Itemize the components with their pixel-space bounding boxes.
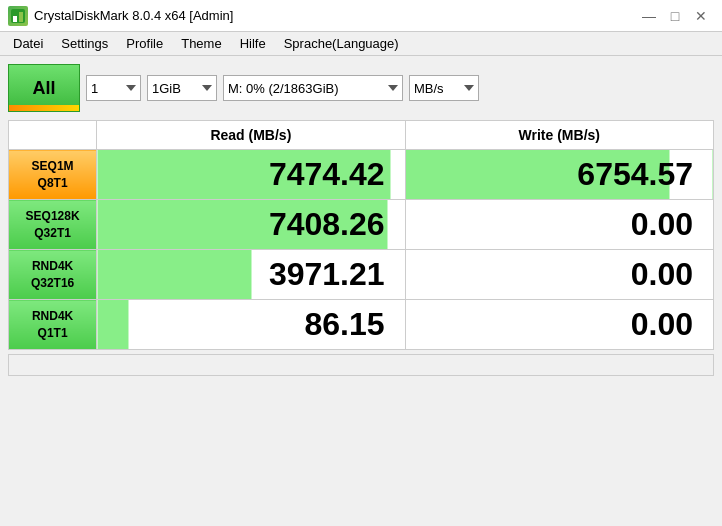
table-row: SEQ1MQ8T17474.426754.57 [9,150,714,200]
window-controls: — □ ✕ [636,6,714,26]
table-row: RND4KQ1T186.150.00 [9,300,714,350]
app-icon [8,6,28,26]
read-value: 86.15 [97,300,405,350]
drive-select[interactable]: M: 0% (2/1863GiB) [223,75,403,101]
status-bar [8,354,714,376]
write-header: Write (MB/s) [405,121,713,150]
menu-item-theme[interactable]: Theme [172,33,230,54]
unit-select[interactable]: MB/sGB/sIOPSμs [409,75,479,101]
row-label: SEQ1MQ8T1 [9,150,97,200]
svg-rect-1 [13,16,17,22]
window-title: CrystalDiskMark 8.0.4 x64 [Admin] [34,8,233,23]
menu-item-settings[interactable]: Settings [52,33,117,54]
menu-item-datei[interactable]: Datei [4,33,52,54]
empty-header [9,121,97,150]
controls-row: All 123510 1GiB512MiB256MiB64MiB32MiB M:… [8,64,714,112]
read-value: 7474.42 [97,150,405,200]
close-button[interactable]: ✕ [688,6,714,26]
menu-item-profile[interactable]: Profile [117,33,172,54]
write-value: 0.00 [405,300,713,350]
row-label: SEQ128KQ32T1 [9,200,97,250]
all-button[interactable]: All [8,64,80,112]
write-value: 0.00 [405,250,713,300]
write-value: 6754.57 [405,150,713,200]
row-label: RND4KQ32T16 [9,250,97,300]
read-header: Read (MB/s) [97,121,405,150]
maximize-button[interactable]: □ [662,6,688,26]
minimize-button[interactable]: — [636,6,662,26]
read-value: 3971.21 [97,250,405,300]
main-content: All 123510 1GiB512MiB256MiB64MiB32MiB M:… [0,56,722,384]
write-value: 0.00 [405,200,713,250]
benchmark-table: Read (MB/s) Write (MB/s) SEQ1MQ8T17474.4… [8,120,714,350]
title-bar-left: CrystalDiskMark 8.0.4 x64 [Admin] [8,6,233,26]
svg-rect-2 [19,12,23,22]
num-passes-select[interactable]: 123510 [86,75,141,101]
table-row: RND4KQ32T163971.210.00 [9,250,714,300]
menu-item-hilfe[interactable]: Hilfe [231,33,275,54]
read-value: 7408.26 [97,200,405,250]
table-row: SEQ128KQ32T17408.260.00 [9,200,714,250]
title-bar: CrystalDiskMark 8.0.4 x64 [Admin] — □ ✕ [0,0,722,32]
row-label: RND4KQ1T1 [9,300,97,350]
menu-item-sprachelanguage[interactable]: Sprache(Language) [275,33,408,54]
data-size-select[interactable]: 1GiB512MiB256MiB64MiB32MiB [147,75,217,101]
menu-bar: DateiSettingsProfileThemeHilfeSprache(La… [0,32,722,56]
